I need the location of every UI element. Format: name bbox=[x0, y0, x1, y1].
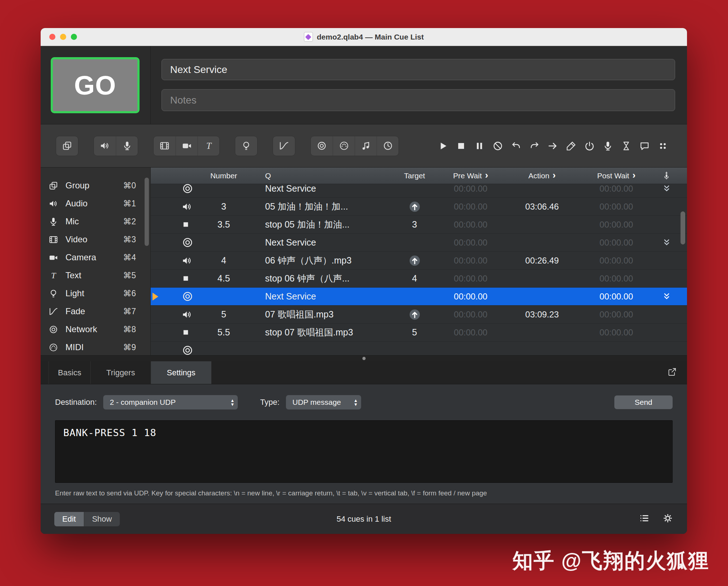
close-button[interactable] bbox=[49, 34, 55, 40]
cue-name-cell: Next Service bbox=[243, 237, 394, 248]
show-mode-button[interactable]: Show bbox=[84, 512, 120, 526]
sidebar-item-group[interactable]: Group ⌘0 bbox=[41, 177, 150, 194]
redo-icon[interactable] bbox=[525, 136, 543, 156]
inspector-tabs: Basics Triggers Settings bbox=[41, 361, 687, 384]
sidebar-item-light[interactable]: Light ⌘6 bbox=[41, 284, 150, 302]
cue-row[interactable]: 4 06 钟声（八声）.mp3 00:00.00 00:26.49 00:00.… bbox=[151, 252, 687, 270]
cue-row[interactable]: 3.5 stop 05 加油！加油... 3 00:00.00 00:00.00 bbox=[151, 216, 687, 234]
clock-cue-button[interactable] bbox=[377, 136, 399, 156]
undo-icon[interactable] bbox=[507, 136, 525, 156]
cue-row[interactable]: Next Service 00:00.00 00:00.00 bbox=[151, 184, 687, 198]
audio-cue-icon bbox=[182, 201, 192, 212]
pause-icon[interactable] bbox=[470, 136, 488, 156]
mic-cue-button[interactable] bbox=[116, 136, 138, 156]
tab-triggers[interactable]: Triggers bbox=[91, 361, 151, 384]
type-dropdown[interactable]: UDP message ▲▼ bbox=[286, 395, 361, 409]
text-cue-button[interactable] bbox=[197, 136, 219, 156]
copy-cue-button[interactable] bbox=[56, 136, 78, 156]
cue-row[interactable]: 5.5 stop 07 歌唱祖国.mp3 5 00:00.00 00:00.00 bbox=[151, 324, 687, 342]
mic-down-icon[interactable] bbox=[655, 168, 678, 184]
window-title: demo2.qlab4 — Main Cue List bbox=[317, 33, 424, 41]
notes-field[interactable]: Notes bbox=[161, 89, 675, 111]
sidebar-scrollbar[interactable] bbox=[145, 178, 149, 246]
udp-message-textarea[interactable]: BANK-PRESS 1 18 bbox=[55, 420, 673, 483]
fade-icon bbox=[49, 307, 58, 316]
speaker-cue-button[interactable] bbox=[94, 136, 116, 156]
slash-icon[interactable] bbox=[488, 136, 507, 156]
cue-prewait-cell: 00:00.00 bbox=[435, 256, 506, 266]
cue-row[interactable] bbox=[151, 342, 687, 355]
sidebar-item-audio[interactable]: Audio ⌘1 bbox=[41, 194, 150, 212]
action-column-header[interactable]: Action› bbox=[506, 168, 578, 184]
app-window: demo2.qlab4 — Main Cue List GO Next Serv… bbox=[41, 28, 687, 534]
cue-number-cell: 4 bbox=[205, 255, 243, 266]
cue-row[interactable]: 4.5 stop 06 钟声（八声... 4 00:00.00 00:00.00 bbox=[151, 270, 687, 288]
midi-cue-button[interactable] bbox=[333, 136, 355, 156]
arrow-icon[interactable] bbox=[543, 136, 562, 156]
zoom-button[interactable] bbox=[71, 34, 77, 40]
minimize-button[interactable] bbox=[60, 34, 66, 40]
fade-cue-button[interactable] bbox=[273, 136, 295, 156]
cue-row[interactable]: 3 05 加油！加油！加... 00:00.00 03:06.46 00:00.… bbox=[151, 198, 687, 216]
tab-basics[interactable]: Basics bbox=[49, 361, 91, 384]
cue-target-cell: 3 bbox=[394, 219, 435, 230]
sidebar-item-label: Video bbox=[65, 234, 87, 244]
cue-row[interactable]: Next Service 00:00.00 00:00.00 bbox=[151, 234, 687, 252]
autocontinue-icon bbox=[655, 292, 678, 301]
sidebar-item-midi[interactable]: MIDI ⌘9 bbox=[41, 338, 150, 355]
go-button[interactable]: GO bbox=[51, 57, 140, 113]
sidebar-item-shortcut: ⌘3 bbox=[123, 235, 136, 244]
sidebar-item-network[interactable]: Network ⌘8 bbox=[41, 320, 150, 338]
sidebar-item-shortcut: ⌘1 bbox=[123, 199, 136, 209]
prewait-column-header[interactable]: Pre Wait› bbox=[435, 168, 506, 184]
cue-prewait-cell: 00:00.00 bbox=[435, 238, 506, 248]
workspace-settings-gear-icon[interactable] bbox=[662, 513, 673, 525]
brush-icon[interactable] bbox=[562, 136, 580, 156]
stop-icon[interactable] bbox=[452, 136, 470, 156]
cue-lists-icon[interactable] bbox=[639, 513, 650, 525]
cue-type-icon bbox=[151, 328, 205, 337]
midi-icon bbox=[49, 343, 58, 352]
target-cue-button[interactable] bbox=[311, 136, 333, 156]
bulb-cue-button[interactable] bbox=[235, 136, 257, 156]
chat-icon[interactable] bbox=[635, 136, 654, 156]
q-column-header[interactable]: Q bbox=[243, 168, 394, 184]
play-icon[interactable] bbox=[433, 136, 452, 156]
sidebar-item-label: Mic bbox=[65, 216, 79, 226]
cue-row[interactable]: 5 07 歌唱祖国.mp3 00:00.00 03:09.23 00:00.00 bbox=[151, 306, 687, 324]
destination-dropdown[interactable]: 2 - companion UDP ▲▼ bbox=[103, 395, 238, 409]
cue-row[interactable]: Next Service 00:00.00 00:00.00 bbox=[151, 288, 687, 306]
toolbar-group bbox=[153, 136, 220, 156]
cue-name-cell: Next Service bbox=[243, 291, 394, 302]
note-cue-button[interactable] bbox=[355, 136, 377, 156]
type-label: Type: bbox=[260, 398, 279, 407]
postwait-column-header[interactable]: Post Wait› bbox=[578, 168, 655, 184]
target-column-header[interactable]: Target bbox=[394, 168, 435, 184]
mic-icon[interactable] bbox=[599, 136, 617, 156]
number-column-header[interactable]: Number bbox=[205, 168, 243, 184]
sidebar-item-text[interactable]: Text ⌘5 bbox=[41, 266, 150, 284]
sidebar-item-camera[interactable]: Camera ⌘4 bbox=[41, 248, 150, 266]
camera-cue-button[interactable] bbox=[176, 136, 197, 156]
sidebar-item-video[interactable]: Video ⌘3 bbox=[41, 230, 150, 248]
power-icon[interactable] bbox=[580, 136, 599, 156]
hourglass-icon[interactable] bbox=[617, 136, 635, 156]
sidebar-item-mic[interactable]: Mic ⌘2 bbox=[41, 212, 150, 230]
cue-type-icon bbox=[151, 201, 205, 212]
cue-table-scrollbar[interactable] bbox=[681, 211, 685, 244]
popout-inspector-icon[interactable] bbox=[667, 367, 677, 378]
send-button[interactable]: Send bbox=[614, 395, 673, 409]
sidebar-item-fade[interactable]: Fade ⌘7 bbox=[41, 302, 150, 320]
grid-icon[interactable] bbox=[654, 136, 672, 156]
film-cue-button[interactable] bbox=[154, 136, 176, 156]
cue-number-cell: 4.5 bbox=[205, 273, 243, 284]
sidebar-item-label: Group bbox=[65, 180, 90, 191]
current-cue-name-field[interactable]: Next Service bbox=[161, 59, 675, 80]
status-bar: 54 cues in 1 list Edit Show bbox=[41, 504, 687, 534]
cue-rows: Next Service 00:00.00 00:00.00 3 05 加油！加… bbox=[151, 184, 687, 355]
tab-settings[interactable]: Settings bbox=[151, 361, 211, 384]
edit-mode-button[interactable]: Edit bbox=[54, 512, 84, 526]
destination-label: Destination: bbox=[55, 398, 97, 407]
chevron-right-icon: › bbox=[632, 170, 636, 180]
target-up-arrow-icon bbox=[394, 200, 435, 213]
